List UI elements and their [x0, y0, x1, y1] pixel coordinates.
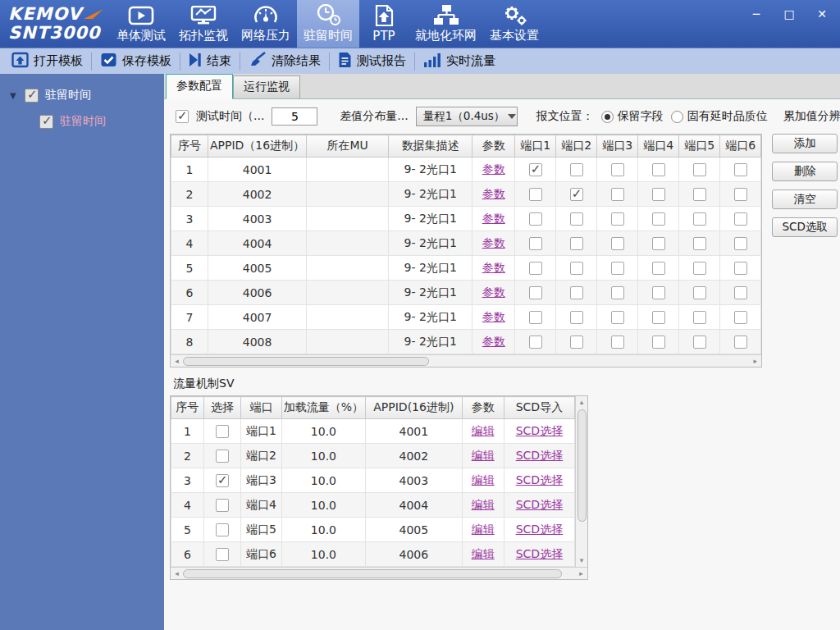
param-link[interactable]: 参数	[482, 212, 505, 225]
port-5-checkbox[interactable]	[693, 237, 706, 250]
scd-select-link[interactable]: SCD选择	[516, 547, 563, 560]
scd-select-link[interactable]: SCD选择	[516, 449, 563, 462]
end-button[interactable]: 结束	[180, 48, 240, 74]
delete-button[interactable]: 删除	[772, 162, 838, 181]
mu-table-row[interactable]: 340039- 2光口1参数	[171, 207, 761, 231]
port-1-checkbox[interactable]	[529, 237, 542, 250]
maximize-button[interactable]: □	[783, 7, 796, 21]
port-1-checkbox[interactable]	[529, 188, 542, 201]
port-6-checkbox[interactable]	[734, 286, 747, 299]
port-3-checkbox[interactable]	[611, 212, 624, 226]
port-3-checkbox[interactable]	[611, 237, 624, 250]
scroll-left-icon[interactable]: ◂	[171, 568, 183, 580]
port-5-checkbox[interactable]	[693, 262, 706, 275]
sv-select-checkbox[interactable]	[216, 548, 229, 561]
port-4-checkbox[interactable]	[652, 237, 665, 250]
edit-link[interactable]: 编辑	[472, 547, 495, 560]
nav-item-unit-test[interactable]: 单体测试	[110, 0, 172, 48]
reserved-field-radio[interactable]	[601, 111, 614, 123]
scd-select-link[interactable]: SCD选择	[516, 523, 563, 536]
port-4-checkbox[interactable]	[652, 212, 665, 226]
sv-select-checkbox[interactable]	[216, 450, 229, 463]
port-3-checkbox[interactable]	[611, 188, 624, 201]
add-button[interactable]: 添加	[772, 134, 838, 153]
sv-select-checkbox[interactable]	[216, 425, 229, 438]
edit-link[interactable]: 编辑	[472, 424, 495, 437]
nav-item-ptp[interactable]: PTP	[359, 0, 409, 48]
port-1-checkbox[interactable]	[529, 163, 542, 176]
port-3-checkbox[interactable]	[611, 311, 624, 324]
param-link[interactable]: 参数	[482, 236, 505, 249]
scd-select-link[interactable]: SCD选择	[516, 498, 563, 511]
sv-table-row[interactable]: 2端口210.04002编辑SCD选择	[171, 444, 575, 468]
edit-link[interactable]: 编辑	[472, 523, 495, 536]
realtime-traffic-button[interactable]: 实时流量	[415, 48, 504, 74]
scroll-right-icon[interactable]: ▸	[749, 355, 761, 368]
nav-item-basic-settings[interactable]: 基本设置	[483, 0, 546, 48]
mu-table-row[interactable]: 540059- 2光口1参数	[171, 256, 761, 281]
tree-node-residence-time-root[interactable]: ▼ 驻留时间	[0, 82, 164, 108]
port-5-checkbox[interactable]	[693, 286, 706, 299]
sv-select-checkbox[interactable]	[216, 523, 229, 536]
port-4-checkbox[interactable]	[652, 311, 665, 324]
port-2-checkbox[interactable]	[570, 163, 583, 176]
mu-table-row[interactable]: 140019- 2光口1参数	[171, 158, 761, 182]
scd-select-link[interactable]: SCD选择	[516, 424, 563, 437]
sv-select-checkbox[interactable]	[216, 474, 229, 487]
scd-select-link[interactable]: SCD选择	[516, 473, 563, 486]
port-6-checkbox[interactable]	[734, 311, 747, 324]
mu-table-row[interactable]: 640069- 2光口1参数	[171, 281, 761, 305]
port-4-checkbox[interactable]	[652, 336, 665, 349]
port-3-checkbox[interactable]	[611, 286, 624, 299]
mu-table-row[interactable]: 740079- 2光口1参数	[171, 305, 761, 330]
port-1-checkbox[interactable]	[529, 262, 542, 275]
scroll-left-icon[interactable]: ◂	[171, 355, 183, 368]
port-1-checkbox[interactable]	[529, 311, 542, 324]
mu-table-row[interactable]: 240029- 2光口1参数	[171, 182, 761, 207]
mu-table-hscrollbar[interactable]: ◂ ▸	[171, 354, 761, 367]
port-2-checkbox[interactable]	[570, 212, 583, 226]
port-3-checkbox[interactable]	[611, 336, 624, 349]
tree-child-checkbox[interactable]	[39, 115, 53, 129]
vscroll-thumb[interactable]	[578, 409, 587, 522]
sv-table-row[interactable]: 6端口610.04006编辑SCD选择	[171, 542, 575, 567]
port-2-checkbox[interactable]	[570, 336, 583, 349]
port-3-checkbox[interactable]	[611, 262, 624, 275]
mu-table-row[interactable]: 840089- 2光口1参数	[171, 330, 761, 354]
open-template-button[interactable]: 打开模板	[3, 48, 91, 74]
port-6-checkbox[interactable]	[734, 212, 747, 226]
nav-item-network-stress[interactable]: 网络压力	[235, 0, 297, 48]
nav-item-local-ring-network[interactable]: 就地化环网	[409, 0, 483, 48]
tree-node-residence-time-child[interactable]: 驻留时间	[30, 108, 164, 135]
port-6-checkbox[interactable]	[734, 237, 747, 250]
tree-root-checkbox[interactable]	[25, 89, 39, 103]
scroll-down-icon[interactable]: ▾	[576, 555, 588, 567]
scd-select-button[interactable]: SCD选取	[772, 217, 838, 237]
test-time-input[interactable]	[272, 107, 317, 126]
param-link[interactable]: 参数	[482, 285, 505, 299]
inherent-delay-radio[interactable]	[671, 111, 683, 123]
port-2-checkbox[interactable]	[570, 262, 583, 275]
port-4-checkbox[interactable]	[652, 262, 665, 275]
clear-button[interactable]: 清空	[772, 189, 838, 209]
param-link[interactable]: 参数	[482, 187, 505, 200]
scroll-up-icon[interactable]: ▴	[576, 396, 588, 409]
port-2-checkbox[interactable]	[570, 188, 583, 201]
edit-link[interactable]: 编辑	[472, 449, 495, 462]
sv-table-row[interactable]: 5端口510.04005编辑SCD选择	[171, 518, 575, 542]
port-5-checkbox[interactable]	[693, 336, 706, 349]
sv-table-row[interactable]: 3端口310.04003编辑SCD选择	[171, 468, 575, 493]
minimize-button[interactable]: ─	[750, 7, 763, 21]
param-link[interactable]: 参数	[482, 261, 505, 274]
scroll-right-icon[interactable]: ▸	[575, 568, 587, 580]
edit-link[interactable]: 编辑	[472, 473, 495, 486]
port-4-checkbox[interactable]	[652, 163, 665, 176]
port-5-checkbox[interactable]	[693, 163, 706, 176]
port-6-checkbox[interactable]	[734, 163, 747, 176]
nav-item-residence-time[interactable]: 驻留时间	[297, 0, 359, 48]
port-2-checkbox[interactable]	[570, 311, 583, 324]
param-link[interactable]: 参数	[482, 335, 505, 348]
port-5-checkbox[interactable]	[693, 212, 706, 226]
range-dropdown[interactable]: 量程1（0.4us）	[416, 107, 518, 126]
port-1-checkbox[interactable]	[529, 336, 542, 349]
